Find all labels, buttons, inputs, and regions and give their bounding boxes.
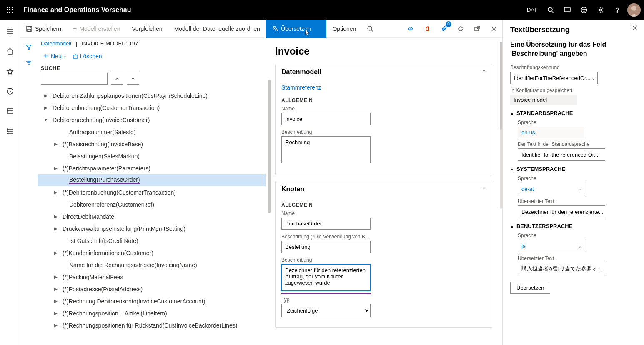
desc-textarea-1[interactable]: Rechnung [281,136,371,163]
tree-node[interactable]: ▼Debitorenrechnung(InvoiceCustomer) [38,114,266,126]
search-down-icon[interactable] [127,73,139,85]
tree-node[interactable]: Name für die Rechnungsadresse(InvoicingN… [38,259,266,271]
chat-icon[interactable] [561,3,574,17]
translate-button[interactable]: Übersetzen [266,20,327,38]
tree-node[interactable]: ▶(*)Basisrechnung(InvoiceBase) [38,138,266,150]
svg-point-30 [7,133,8,134]
tree-node[interactable]: ▶(*)Rechnungsposition – Artikel(LineItem… [38,307,266,319]
root-reference-link[interactable]: Stammreferenz [281,82,321,95]
caption-label: Beschriftung (*Die Verwendung von B... [281,234,486,240]
tree-node-label: Belastungen(SalesMarkup) [69,153,140,160]
datamodel-card-header[interactable]: Datenmodell ⌃ [276,64,492,80]
svg-rect-1 [9,7,10,8]
search-up-icon[interactable] [111,73,123,85]
workspace-icon[interactable] [2,103,18,120]
tree-node[interactable]: ▶(*)Debitorenbuchung(CustomerTransaction… [38,186,266,198]
tree-scrollbar[interactable] [268,80,271,213]
sys-text-input[interactable]: Bezeichner für den referenzierte... [518,205,605,218]
usr-lang-select[interactable]: ja⌄ [518,240,584,252]
svg-rect-42 [74,55,77,59]
tree-node[interactable]: ▶(*)PackingMaterialFees [38,271,266,283]
name-input-1[interactable] [281,113,371,125]
delete-button[interactable]: Löschen [71,52,104,60]
tree-node[interactable]: ▶Druckverwaltungseinstellung(PrintMgmtSe… [38,222,266,235]
caret-icon: ▼ [43,118,49,122]
translate-submit-button[interactable]: Übersetzen [510,282,550,294]
caret-icon: ▶ [53,214,59,219]
tree-node[interactable]: Auftragsnummer(SalesId) [38,126,266,138]
new-button[interactable]: ＋Neu⌄ [41,51,68,61]
find-icon[interactable] [362,20,378,37]
clock-icon[interactable] [2,83,18,100]
desc-textarea-2[interactable]: Bezeichner für den referenzierten Auftra… [281,264,371,291]
close-icon[interactable] [486,20,502,37]
tree-node[interactable]: Bestellung(PurchaseOrder) [38,174,266,186]
search-icon[interactable] [544,3,557,17]
caret-icon: ▶ [53,323,59,328]
command-bar: Speichern + Modell erstellen Vergleichen… [20,20,502,38]
new-model-button[interactable]: + Modell erstellen [67,20,126,38]
help-icon[interactable] [611,3,624,17]
tree-node[interactable]: ▶Debitoren-Zahlungsplanpositionen(CustPa… [38,90,266,102]
filter-column [20,38,38,345]
link-icon[interactable] [402,20,419,37]
hamburger-icon[interactable] [2,23,18,40]
caption-input[interactable] [281,241,371,253]
company-code[interactable]: DAT [524,3,541,17]
options-button[interactable]: Optionen [326,20,362,38]
tree-node-label: (*)PackingMaterialFees [63,274,123,280]
save-label: Speichern [35,25,61,32]
tree-node-label: (*)Kundeninformationen(Customer) [63,250,153,256]
save-button[interactable]: Speichern [20,20,67,38]
lines-icon[interactable] [22,56,35,70]
savedin-label: In Konfiguration gespeichert [510,88,636,93]
user-avatar[interactable] [627,3,641,17]
caret-icon: ▶ [53,166,59,170]
datamodel-card: Datenmodell ⌃ Stammreferenz ALLGEMEIN Na… [275,64,492,175]
tree[interactable]: ▶Debitoren-Zahlungsplanpositionen(CustPa… [38,90,266,340]
tree-node[interactable]: ▶Debitorenbuchung(CustomerTransaction) [38,102,266,114]
breadcrumb-current: INVOICE MODEL : 197 [82,40,138,47]
name-input-2[interactable] [281,218,371,230]
usr-text-input[interactable]: 購入担当者が割り当てた参照オ... [518,262,605,275]
popout-icon[interactable] [469,20,486,37]
breadcrumb-root[interactable]: Datenmodell [41,40,71,47]
sys-lang-select[interactable]: de-at⌄ [518,182,584,195]
map-datasource-button[interactable]: Modell der Datenquelle zuordnen [168,20,266,38]
tree-node[interactable]: Debitorenreferenz(CustomerRef) [38,198,266,210]
filter-icon[interactable] [22,40,35,54]
home-icon[interactable] [2,43,18,60]
node-card-header[interactable]: Knoten ⌃ [276,181,492,197]
tree-node[interactable]: ▶(*)Postadresse(PostalAddress) [38,283,266,295]
tree-node-label: (*)Berichtsparameter(Parameters) [63,165,150,172]
tree-node-label: (*)Debitorenbuchung(CustomerTransaction) [63,189,176,196]
tree-node[interactable]: ▶DirectDebitMandate [38,210,266,222]
compare-button[interactable]: Vergleichen [126,20,168,38]
office-icon[interactable] [419,20,436,37]
tree-node[interactable]: ▶(*)Kundeninformationen(Customer) [38,247,266,259]
modules-icon[interactable] [2,123,18,140]
tree-node-label: Debitorenbuchung(CustomerTransaction) [53,105,160,111]
svg-point-9 [548,8,552,12]
tree-node[interactable]: ▶(*)Berichtsparameter(Parameters) [38,162,266,174]
sys-lang-section[interactable]: ▲SYSTEMSPRACHE [510,166,636,172]
close-pane-icon[interactable] [630,23,640,33]
smiley-icon[interactable] [577,3,591,17]
tree-node[interactable]: Ist Gutschrift(IsCreditNote) [38,235,266,247]
std-lang-section[interactable]: ▲STANDARDSPRACHE [510,110,636,116]
std-text-input[interactable]: Identifier for the referenced Or... [518,148,605,161]
star-icon[interactable] [2,63,18,80]
tree-node[interactable]: ▶(*)Rechnung Debitorenkonto(InvoiceCusto… [38,295,266,307]
usr-lang-section[interactable]: ▲BENUTZERSPRACHE [510,223,636,229]
refresh-icon[interactable] [452,20,469,37]
waffle-icon[interactable] [3,3,17,17]
tree-node[interactable]: ▶(*)Rechnungspositionen für Rückstand(Cu… [38,319,266,331]
tree-node[interactable]: Belastungen(SalesMarkup) [38,150,266,162]
gear-icon[interactable] [594,3,607,17]
search-input[interactable] [41,73,108,85]
svg-point-34 [368,26,372,30]
attachments-icon[interactable]: 0 [436,20,452,37]
type-select[interactable]: Zeichenfolge [281,304,371,317]
labelid-select[interactable]: IdentifierForTheReferencedOr...⌄ [510,72,598,84]
tree-node-label: Bestellung(PurchaseOrder) [69,176,140,184]
